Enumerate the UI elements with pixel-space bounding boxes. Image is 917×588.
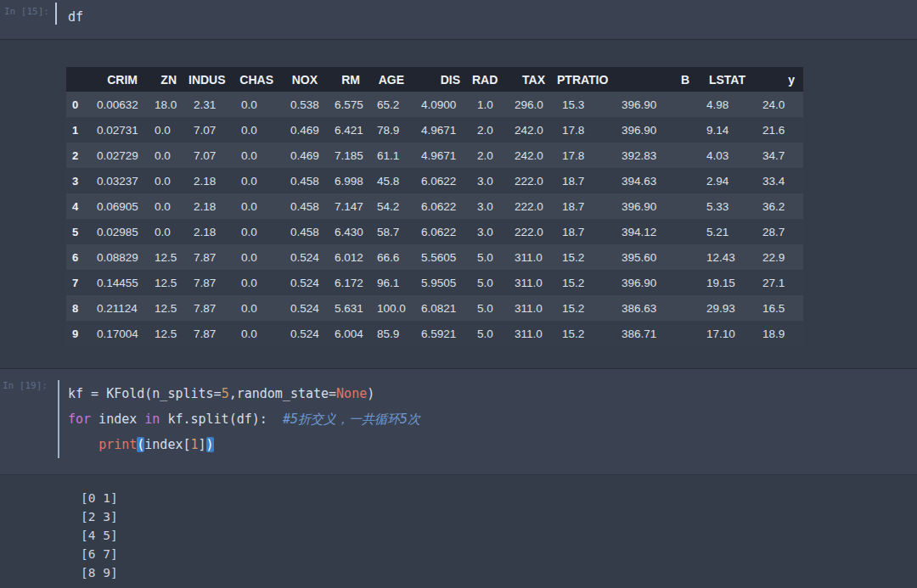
column-header: TAX [506, 67, 554, 92]
table-cell: 7.87 [185, 244, 233, 270]
table-cell: 394.12 [613, 219, 698, 244]
table-cell: 36.2 [754, 193, 803, 219]
column-header: y [754, 67, 803, 92]
table-cell: 5.0 [469, 295, 506, 321]
table-cell: 0.0 [146, 143, 185, 168]
table-cell: 0.0 [146, 117, 185, 143]
table-cell: 12.5 [146, 270, 185, 295]
table-cell: 0.0 [233, 270, 282, 295]
code-cell-input[interactable]: In [19]: kf = KFold(n_splits=5,random_st… [0, 368, 917, 475]
table-cell: 0.21124 [88, 295, 146, 321]
table-cell: 18.7 [554, 193, 613, 219]
table-cell: 2.18 [185, 168, 233, 193]
table-cell: 24.0 [754, 92, 803, 117]
column-header: NOX [282, 67, 326, 92]
table-cell: 29.93 [698, 295, 754, 321]
table-row: 50.029850.02.180.00.4586.43058.76.06223.… [66, 219, 803, 244]
code-token: 1 [191, 437, 199, 452]
table-cell: 395.60 [613, 244, 698, 270]
code-line[interactable]: print(index[1]) [68, 432, 917, 457]
row-index: 7 [66, 270, 88, 295]
table-cell: 0.538 [282, 92, 326, 117]
table-cell: 6.0622 [413, 168, 469, 193]
table-cell: 311.0 [506, 244, 554, 270]
table-cell: 7.07 [185, 117, 233, 143]
table-row: 60.0882912.57.870.00.5246.01266.65.56055… [66, 244, 803, 270]
code-token: 5 [222, 386, 229, 401]
table-cell: 2.18 [185, 193, 233, 219]
code-token: df [68, 9, 83, 25]
table-cell: 396.90 [613, 117, 698, 143]
table-cell: 0.02731 [88, 117, 146, 143]
row-index: 5 [66, 219, 88, 244]
table-row: 30.032370.02.180.00.4586.99845.86.06223.… [66, 168, 803, 193]
table-cell: 17.10 [698, 321, 754, 346]
table-cell: 0.524 [282, 244, 326, 270]
table-cell: 7.87 [185, 270, 233, 295]
table-cell: 19.15 [698, 270, 754, 295]
table-cell: 85.9 [368, 321, 413, 346]
row-index: 0 [66, 92, 88, 117]
table-cell: 34.7 [754, 143, 803, 168]
table-cell: 392.83 [613, 143, 698, 168]
table-cell: 3.0 [469, 168, 506, 193]
code-line[interactable]: df [68, 4, 917, 30]
table-cell: 386.71 [613, 321, 698, 346]
table-cell: 2.0 [469, 117, 506, 143]
output-line: [2 3] [81, 507, 917, 526]
cell2-code-editor[interactable]: kf = KFold(n_splits=5,random_state=None)… [68, 369, 917, 457]
table-cell: 0.17004 [88, 321, 146, 346]
table-cell: 18.7 [554, 219, 613, 244]
column-header: RAD [469, 67, 506, 92]
table-cell: 222.0 [506, 168, 554, 193]
table-cell: 78.9 [368, 117, 413, 143]
code-token: index [91, 412, 144, 427]
table-cell: 0.03237 [88, 168, 146, 193]
table-cell: 0.14455 [88, 270, 146, 295]
column-header: AGE [368, 67, 413, 92]
table-cell: 0.0 [233, 244, 282, 270]
table-cell: 2.18 [185, 219, 233, 244]
code-line[interactable]: for index in kf.split(df): #5折交义，一共循环5次 [68, 406, 917, 432]
code-line[interactable]: kf = KFold(n_splits=5,random_state=None) [68, 381, 917, 406]
table-cell: 15.3 [554, 92, 613, 117]
code-token [68, 437, 98, 452]
table-cell: 222.0 [506, 219, 554, 244]
table-cell: 4.9671 [413, 143, 469, 168]
code-token: print [98, 437, 137, 452]
table-cell: 66.6 [368, 244, 413, 270]
table-cell: 15.2 [554, 321, 613, 346]
table-cell: 6.012 [326, 244, 368, 270]
column-header: LSTAT [698, 67, 754, 92]
column-header: CRIM [88, 67, 146, 92]
table-cell: 0.0 [233, 193, 282, 219]
table-cell: 311.0 [506, 270, 554, 295]
table-cell: 5.5605 [413, 244, 469, 270]
table-cell: 0.524 [282, 270, 326, 295]
table-cell: 6.998 [326, 168, 368, 193]
table-cell: 0.0 [233, 321, 282, 346]
output-line: [4 5] [81, 526, 917, 545]
output-line: [8 9] [81, 563, 917, 582]
table-cell: 15.2 [554, 244, 613, 270]
table-row: 20.027290.07.070.00.4697.18561.14.96712.… [66, 143, 803, 168]
table-cell: 7.185 [326, 143, 368, 168]
table-cell: 16.5 [754, 295, 803, 321]
table-cell: 100.0 [368, 295, 413, 321]
table-cell: 4.03 [698, 143, 754, 168]
table-cell: 21.6 [754, 117, 803, 143]
table-cell: 6.5921 [413, 321, 469, 346]
table-cell: 7.87 [185, 295, 233, 321]
table-cell: 7.87 [185, 321, 233, 346]
table-cell: 311.0 [506, 295, 554, 321]
table-cell: 2.94 [698, 168, 754, 193]
code-token: ( [137, 437, 144, 452]
table-cell: 54.2 [368, 193, 413, 219]
index-corner-cell [66, 67, 88, 92]
table-cell: 12.43 [698, 244, 754, 270]
dataframe-table: CRIMZNINDUSCHASNOXRMAGEDISRADTAXPTRATIOB… [66, 67, 803, 346]
table-cell: 28.7 [754, 219, 803, 244]
cell1-code-editor[interactable]: df [68, 0, 917, 30]
code-cell-input[interactable]: In [15]: df [0, 0, 917, 40]
table-cell: 5.0 [469, 321, 506, 346]
